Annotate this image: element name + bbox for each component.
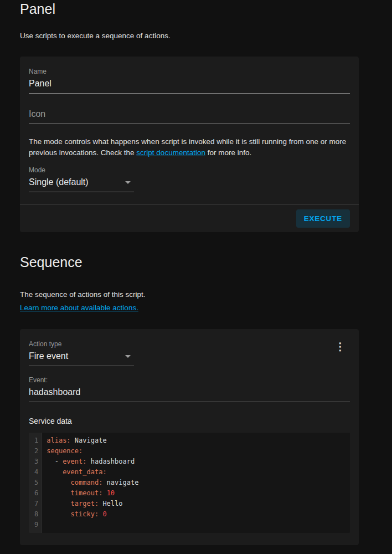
action-type-value: Fire event [29, 351, 68, 361]
service-data-label: Service data [29, 417, 350, 425]
mode-value: Single (default) [29, 177, 89, 187]
action-type-label: Action type [29, 340, 134, 348]
event-input[interactable]: hadashboard [29, 387, 350, 402]
execute-button[interactable]: EXECUTE [296, 209, 350, 228]
line-numbers-gutter: 123456789 [29, 433, 42, 533]
script-config-content: Name Panel Icon The mode controls what h… [20, 57, 359, 204]
icon-field[interactable]: Icon [29, 109, 350, 124]
mode-select[interactable]: Mode Single (default) [29, 166, 350, 192]
sequence-description: The sequence of actions of this script. [20, 290, 359, 299]
page-subtitle: Use scripts to execute a sequence of act… [20, 32, 359, 40]
mode-select-trigger[interactable]: Single (default) [29, 177, 134, 192]
script-config-card: Name Panel Icon The mode controls what h… [20, 57, 359, 232]
learn-more-link[interactable]: Learn more about available actions. [20, 304, 138, 312]
action-header: Action type Fire event ⋮ [29, 340, 350, 366]
overflow-menu-icon[interactable]: ⋮ [331, 340, 350, 353]
mode-label: Mode [29, 166, 350, 174]
code-area[interactable]: alias: Navigatesequence: - event: hadash… [42, 433, 350, 533]
name-label: Name [29, 68, 350, 75]
event-field[interactable]: Event: hadashboard [29, 376, 350, 402]
name-input[interactable]: Panel [29, 79, 350, 94]
card-actions: EXECUTE [20, 204, 359, 232]
action-card: Action type Fire event ⋮ Event: hadashbo… [20, 329, 359, 545]
chevron-down-icon [125, 355, 131, 358]
yaml-editor[interactable]: 123456789 alias: Navigatesequence: - eve… [29, 433, 350, 533]
action-type-select[interactable]: Action type Fire event [29, 340, 134, 366]
mode-help-text: The mode controls what happens when scri… [29, 136, 350, 158]
action-card-content: Action type Fire event ⋮ Event: hadashbo… [20, 329, 359, 545]
script-documentation-link[interactable]: script documentation [136, 148, 205, 157]
chevron-down-icon [125, 181, 131, 184]
mode-help-post: for more info. [205, 148, 251, 157]
action-type-trigger[interactable]: Fire event [29, 351, 134, 366]
sequence-title: Sequence [20, 254, 359, 270]
name-field[interactable]: Name Panel [29, 68, 350, 94]
event-label: Event: [29, 376, 350, 384]
script-editor-page: Panel Use scripts to execute a sequence … [20, 0, 359, 554]
icon-input[interactable]: Icon [29, 109, 350, 124]
page-title: Panel [20, 1, 359, 17]
